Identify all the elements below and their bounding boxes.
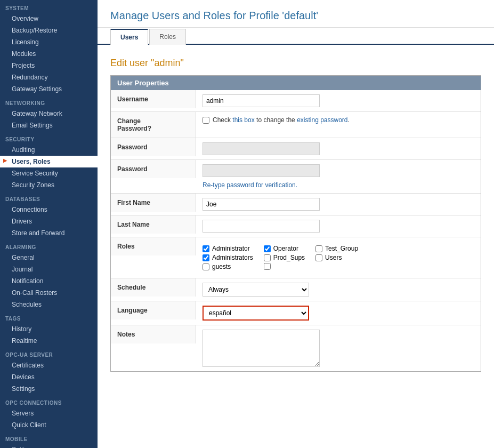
role-users-label: Users (325, 254, 342, 261)
notes-row: Notes (111, 325, 481, 371)
role-administrator-label: Administrator (212, 245, 250, 252)
sidebar-item-modules[interactable]: Modules (0, 48, 98, 60)
role-operator-label: Operator (273, 245, 298, 252)
roles-col-3: Test_Group Users (315, 245, 358, 270)
sidebar-item-redundancy[interactable]: Redundancy (0, 71, 98, 83)
first-name-input[interactable] (203, 198, 320, 211)
sidebar-item-devices[interactable]: Devices (0, 371, 98, 383)
sidebar-section-security: SECURITY (0, 131, 98, 144)
main-content: Manage Users and Roles for Profile 'defa… (98, 0, 494, 448)
sidebar-item-settings[interactable]: Settings (0, 383, 98, 395)
password2-value: Re-type password for verification. (196, 160, 481, 193)
sidebar-item-service-security[interactable]: Service Security (0, 167, 98, 179)
first-name-row: First Name (111, 194, 481, 215)
sidebar-item-drivers[interactable]: Drivers (0, 215, 98, 227)
role-prod-sups: Prod_Sups (264, 254, 305, 261)
password2-input[interactable] (203, 164, 320, 177)
sidebar-item-users-roles[interactable]: Users, Roles (0, 156, 98, 167)
page-header: Manage Users and Roles for Profile 'defa… (98, 0, 494, 28)
password-label: Password (111, 138, 196, 156)
roles-col-1: Administrator Administrators guests (203, 245, 253, 270)
username-input[interactable] (203, 94, 320, 107)
change-password-text: Check this box to change the existing pa… (213, 116, 350, 124)
sidebar-section-tags: TAGS (0, 310, 98, 323)
role-users: Users (315, 254, 358, 261)
schedule-select[interactable]: Always (203, 283, 309, 297)
role-prod-sups-checkbox[interactable] (264, 254, 271, 261)
sidebar-item-notification[interactable]: Notification (0, 275, 98, 287)
language-label: Language (111, 301, 196, 319)
change-password-value: Check this box to change the existing pa… (196, 112, 481, 128)
role-guests-checkbox[interactable] (203, 263, 209, 270)
sidebar-section-mobile: MOBILE (0, 431, 98, 444)
password-value (196, 138, 481, 159)
role-administrator-checkbox[interactable] (203, 245, 209, 252)
role-prod-sups-label: Prod_Sups (273, 254, 305, 261)
sidebar-item-security-zones[interactable]: Security Zones (0, 179, 98, 191)
retype-note: Re-type password for verification. (203, 181, 474, 189)
sidebar-item-email-settings[interactable]: Email Settings (0, 119, 98, 131)
tab-roles[interactable]: Roles (149, 29, 186, 45)
change-password-checkbox[interactable] (203, 117, 209, 124)
sidebar-item-mobile-settings[interactable]: Settings (0, 444, 98, 448)
tab-users[interactable]: Users (110, 29, 148, 45)
role-administrators-label: Administrators (212, 254, 253, 261)
last-name-input[interactable] (203, 220, 320, 233)
sidebar-item-journal[interactable]: Journal (0, 263, 98, 275)
sidebar-item-general[interactable]: General (0, 252, 98, 263)
username-value (196, 90, 481, 111)
form-header: User Properties (111, 76, 481, 90)
notes-textarea[interactable] (203, 330, 320, 367)
first-name-label: First Name (111, 194, 196, 212)
role-guests-label: guests (212, 263, 231, 270)
sidebar-section-networking: NETWORKING (0, 95, 98, 108)
sidebar-item-certificates[interactable]: Certificates (0, 359, 98, 371)
role-empty (264, 263, 305, 270)
role-test-group-label: Test_Group (325, 245, 358, 252)
password2-label: Password (111, 160, 196, 178)
sidebar-item-servers[interactable]: Servers (0, 407, 98, 419)
last-name-value (196, 215, 481, 237)
sidebar-item-realtime[interactable]: Realtime (0, 335, 98, 347)
sidebar-item-schedules[interactable]: Schedules (0, 299, 98, 310)
sidebar-item-store-forward[interactable]: Store and Forward (0, 227, 98, 239)
sidebar-item-projects[interactable]: Projects (0, 60, 98, 71)
last-name-label: Last Name (111, 215, 196, 234)
password2-row: Password Re-type password for verificati… (111, 160, 481, 194)
sidebar-item-connections[interactable]: Connections (0, 204, 98, 215)
sidebar-item-auditing[interactable]: Auditing (0, 144, 98, 156)
role-empty-checkbox[interactable] (264, 263, 271, 270)
username-label: Username (111, 90, 196, 108)
sidebar-item-on-call-rosters[interactable]: On-Call Rosters (0, 287, 98, 299)
password-row: Password (111, 138, 481, 160)
role-administrators-checkbox[interactable] (203, 254, 209, 261)
role-operator: Operator (264, 245, 305, 252)
last-name-row: Last Name (111, 215, 481, 237)
role-administrator: Administrator (203, 245, 253, 252)
sidebar-section-databases: DATABASES (0, 191, 98, 204)
tabs-bar: Users Roles (98, 28, 494, 45)
roles-label: Roles (111, 237, 196, 255)
sidebar-section-opc-ua-server: OPC-UA SERVER (0, 347, 98, 359)
sidebar-section-alarming: ALARMING (0, 239, 98, 252)
role-operator-checkbox[interactable] (264, 245, 271, 252)
sidebar-item-gateway-settings[interactable]: Gateway Settings (0, 83, 98, 95)
role-test-group: Test_Group (315, 245, 358, 252)
schedule-row: Schedule Always (111, 278, 481, 301)
sidebar-item-licensing[interactable]: Licensing (0, 36, 98, 48)
roles-col-2: Operator Prod_Sups (264, 245, 305, 270)
sidebar-item-gateway-network[interactable]: Gateway Network (0, 108, 98, 119)
sidebar-item-history[interactable]: History (0, 323, 98, 335)
role-users-checkbox[interactable] (315, 254, 322, 261)
change-password-label: ChangePassword? (111, 112, 196, 138)
first-name-value (196, 194, 481, 215)
language-select[interactable]: español English (203, 306, 309, 321)
edit-user-title: Edit user "admin" (98, 53, 494, 75)
role-test-group-checkbox[interactable] (315, 245, 322, 252)
password-input[interactable] (203, 142, 320, 155)
sidebar-item-backup-restore[interactable]: Backup/Restore (0, 25, 98, 36)
change-password-row: ChangePassword? Check this box to change… (111, 112, 481, 138)
sidebar-item-quick-client[interactable]: Quick Client (0, 419, 98, 431)
sidebar-section-system: SYSTEM (0, 0, 98, 13)
sidebar-item-overview[interactable]: Overview (0, 13, 98, 25)
